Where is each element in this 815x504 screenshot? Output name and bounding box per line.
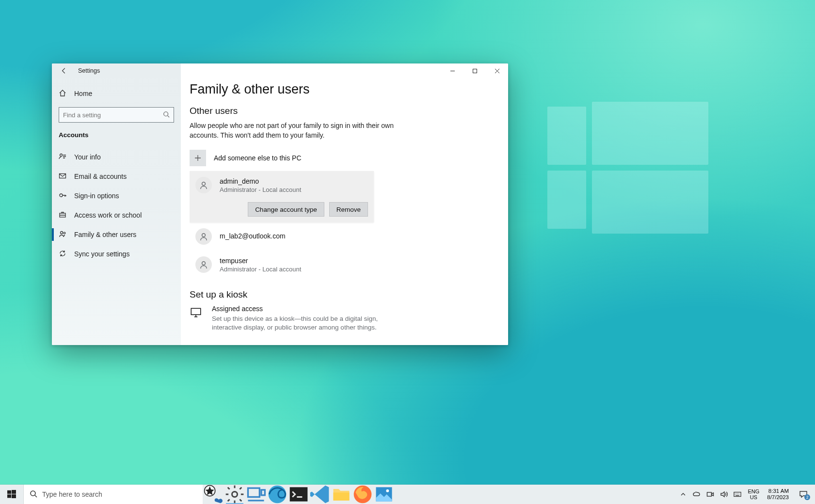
svg-rect-20	[248, 488, 260, 497]
add-user-label: Add someone else to this PC	[214, 154, 302, 162]
settings-content: Family & other users Other users Allow p…	[181, 63, 508, 345]
svg-rect-28	[707, 492, 712, 496]
svg-point-1	[60, 154, 63, 156]
svg-rect-12	[7, 490, 11, 494]
sidebar-section-label: Accounts	[52, 125, 181, 144]
tray-overflow-icon[interactable]	[677, 485, 689, 504]
person-icon	[195, 256, 212, 273]
taskbar-edge-icon[interactable]	[267, 485, 288, 504]
kiosk-item-desc: Set up this device as a kiosk—this could…	[212, 315, 403, 332]
sidebar-item-label: Sync your settings	[74, 250, 129, 258]
tray-meet-now-icon[interactable]	[704, 485, 717, 504]
sidebar-nav: Your info Email & accounts Sign-in optio…	[52, 147, 181, 264]
system-tray: ENG US 8:31 AM 8/7/2023 2	[677, 485, 815, 504]
svg-point-6	[64, 232, 65, 234]
desktop: Settings Home Accounts	[0, 0, 815, 504]
sidebar-item-label: Your info	[74, 153, 101, 161]
other-users-heading: Other users	[190, 106, 500, 116]
tray-keyboard-icon[interactable]	[731, 485, 744, 504]
sidebar-item-access-work-school[interactable]: Access work or school	[52, 205, 181, 225]
search-icon	[163, 111, 170, 119]
window-title: Settings	[78, 67, 100, 74]
taskbar-vscode-icon[interactable]	[309, 485, 331, 504]
person-icon	[195, 228, 212, 245]
taskbar-task-view-icon[interactable]	[245, 485, 267, 504]
svg-rect-21	[261, 490, 265, 495]
sidebar-item-family-other-users[interactable]: Family & other users	[52, 225, 181, 244]
people-icon	[59, 230, 66, 239]
svg-point-16	[31, 491, 35, 496]
svg-point-10	[202, 262, 206, 265]
sidebar-search-input[interactable]	[63, 111, 163, 119]
plus-icon	[190, 150, 206, 166]
svg-point-19	[232, 492, 238, 497]
taskbar-terminal-icon[interactable]	[288, 485, 309, 504]
svg-rect-13	[12, 490, 16, 494]
svg-rect-24	[334, 492, 350, 501]
taskbar-file-explorer-icon[interactable]	[331, 485, 352, 504]
settings-window: Settings Home Accounts	[52, 63, 508, 345]
taskbar-firefox-icon[interactable]	[352, 485, 373, 504]
user-name: admin_demo	[220, 177, 301, 185]
user-row-tempuser[interactable]: tempuser Administrator - Local account	[190, 251, 374, 279]
tray-language[interactable]: ENG US	[745, 488, 762, 500]
taskbar-search-placeholder: Type here to search	[42, 490, 102, 498]
tray-onedrive-icon[interactable]	[690, 485, 703, 504]
content-scroll[interactable]: Family & other users Other users Allow p…	[190, 73, 504, 345]
windows-flag-wallpaper	[547, 102, 708, 234]
taskbar-search[interactable]: Type here to search	[23, 485, 203, 504]
sidebar-item-label: Access work or school	[74, 211, 142, 219]
monitor-icon	[190, 306, 204, 321]
tray-notifications-icon[interactable]: 2	[794, 485, 813, 504]
start-button[interactable]	[0, 485, 23, 504]
kiosk-item-title: Assigned access	[212, 305, 403, 313]
svg-rect-15	[12, 494, 16, 498]
sidebar-item-sign-in-options[interactable]: Sign-in options	[52, 186, 181, 205]
tray-volume-icon[interactable]	[718, 485, 730, 504]
back-button[interactable]	[59, 65, 69, 76]
user-desc: Administrator - Local account	[220, 186, 301, 193]
page-title: Family & other users	[190, 82, 500, 97]
user-row-admin-demo[interactable]: admin_demo Administrator - Local account…	[190, 171, 374, 222]
svg-point-0	[164, 111, 168, 116]
search-icon	[30, 490, 37, 499]
sidebar-item-email-accounts[interactable]: Email & accounts	[52, 167, 181, 186]
sidebar-item-sync-settings[interactable]: Sync your settings	[52, 244, 181, 264]
svg-rect-14	[7, 494, 11, 498]
svg-point-27	[386, 489, 389, 492]
news-widget-icon[interactable]	[203, 485, 224, 504]
svg-point-5	[61, 231, 63, 234]
sidebar-search[interactable]	[59, 107, 174, 123]
user-desc: Administrator - Local account	[220, 266, 301, 273]
tray-clock[interactable]: 8:31 AM 8/7/2023	[763, 488, 793, 501]
svg-rect-11	[191, 309, 201, 315]
sidebar-item-label: Email & accounts	[74, 173, 127, 180]
kiosk-heading: Set up a kiosk	[190, 289, 500, 300]
key-icon	[59, 191, 66, 201]
remove-user-button[interactable]: Remove	[329, 202, 368, 217]
sync-icon	[59, 250, 66, 259]
sidebar-item-your-info[interactable]: Your info	[52, 147, 181, 167]
taskbar-settings-icon[interactable]	[224, 485, 245, 504]
settings-sidebar: Settings Home Accounts	[52, 63, 181, 345]
mail-icon	[59, 172, 66, 181]
taskbar-photos-icon[interactable]	[373, 485, 395, 504]
svg-point-3	[60, 194, 63, 197]
user-name: m_lab2@outlook.com	[220, 232, 286, 240]
notification-badge: 2	[804, 494, 810, 500]
user-name: tempuser	[220, 257, 301, 265]
svg-rect-23	[290, 487, 308, 501]
person-card-icon	[59, 153, 66, 162]
user-row-outlook[interactable]: m_lab2@outlook.com	[190, 222, 374, 251]
change-account-type-button[interactable]: Change account type	[248, 202, 324, 217]
assigned-access-row[interactable]: Assigned access Set up this device as a …	[190, 305, 403, 332]
home-icon	[59, 89, 66, 98]
sidebar-home-label: Home	[74, 90, 92, 97]
sidebar-home[interactable]: Home	[52, 84, 181, 103]
svg-rect-7	[473, 69, 477, 73]
svg-point-8	[202, 182, 206, 186]
briefcase-icon	[59, 211, 66, 220]
sidebar-item-label: Family & other users	[74, 231, 136, 238]
add-user-button[interactable]: Add someone else to this PC	[190, 148, 500, 168]
other-users-description: Allow people who are not part of your fa…	[190, 121, 413, 140]
